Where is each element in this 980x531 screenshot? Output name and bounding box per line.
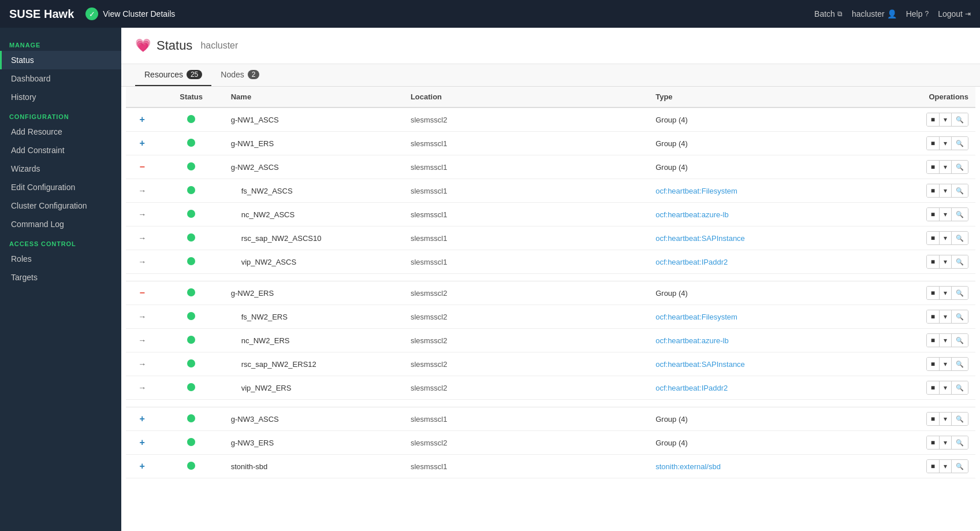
toggle-btn-g-NW2_ASCS[interactable]: − — [137, 161, 147, 173]
detail-button-rsc_sap_NW2_ERS12[interactable]: 🔍 — [952, 358, 968, 370]
resource-type-link[interactable]: stonith:external/sbd — [655, 462, 721, 471]
stop-button-rsc_sap_NW2_ASCS10[interactable]: ■ — [927, 232, 940, 244]
sidebar-item-edit-configuration[interactable]: Edit Configuration — [0, 178, 121, 196]
detail-button-vip_NW2_ERS[interactable]: 🔍 — [952, 381, 968, 394]
stop-button-g-NW2_ERS[interactable]: ■ — [927, 287, 940, 299]
sidebar-item-targets[interactable]: Targets — [0, 268, 121, 287]
stop-button-fs_NW2_ERS[interactable]: ■ — [927, 310, 940, 323]
toggle-btn-nc_NW2_ERS[interactable]: → — [136, 335, 148, 346]
toggle-btn-g-NW3_ERS[interactable]: + — [137, 436, 147, 449]
tab-resources[interactable]: Resources 25 — [135, 64, 211, 86]
resource-type-link[interactable]: ocf:heartbeat:Filesystem — [655, 187, 737, 195]
dropdown-button-vip_NW2_ASCS[interactable]: ▾ — [940, 255, 952, 268]
resource-location: slesmsscl1 — [404, 203, 649, 226]
detail-button-nc_NW2_ASCS[interactable]: 🔍 — [952, 208, 968, 221]
resource-location: slesmsscl1 — [404, 226, 649, 250]
sidebar-item-wizards[interactable]: Wizards — [0, 159, 121, 178]
detail-button-g-NW3_ASCS[interactable]: 🔍 — [952, 413, 968, 425]
resource-type-link[interactable]: ocf:heartbeat:IPaddr2 — [655, 258, 728, 266]
dropdown-button-rsc_sap_NW2_ERS12[interactable]: ▾ — [940, 358, 952, 370]
dropdown-button-g-NW1_ASCS[interactable]: ▾ — [940, 113, 952, 126]
resource-type-link[interactable]: ocf:heartbeat:SAPInstance — [655, 234, 745, 243]
resource-type-link[interactable]: ocf:heartbeat:IPaddr2 — [655, 384, 728, 392]
toggle-btn-fs_NW2_ERS[interactable]: → — [136, 311, 148, 322]
stop-button-stonith-sbd[interactable]: ■ — [927, 460, 940, 473]
stop-button-nc_NW2_ERS[interactable]: ■ — [927, 334, 940, 347]
stop-button-g-NW1_ERS[interactable]: ■ — [927, 137, 940, 150]
resource-name: nc_NW2_ERS — [224, 329, 404, 352]
dropdown-button-g-NW3_ASCS[interactable]: ▾ — [940, 413, 952, 425]
toggle-btn-g-NW1_ERS[interactable]: + — [137, 137, 147, 150]
toggle-btn-stonith-sbd[interactable]: + — [137, 460, 147, 473]
resource-type-link[interactable]: ocf:heartbeat:azure-lb — [655, 336, 728, 345]
sidebar-manage-label: MANAGE — [0, 35, 121, 51]
toggle-btn-vip_NW2_ASCS[interactable]: → — [136, 256, 148, 268]
sidebar-item-status[interactable]: Status — [0, 51, 121, 69]
logout-link[interactable]: Logout ⇥ — [938, 9, 971, 18]
dropdown-button-rsc_sap_NW2_ASCS10[interactable]: ▾ — [940, 232, 952, 244]
sidebar-item-command-log[interactable]: Command Log — [0, 215, 121, 233]
detail-button-stonith-sbd[interactable]: 🔍 — [952, 460, 968, 473]
dropdown-button-g-NW2_ASCS[interactable]: ▾ — [940, 161, 952, 173]
sidebar-item-add-constraint[interactable]: Add Constraint — [0, 141, 121, 159]
dropdown-button-fs_NW2_ERS[interactable]: ▾ — [940, 310, 952, 323]
resource-type: Group (4) — [649, 155, 877, 179]
dropdown-button-stonith-sbd[interactable]: ▾ — [940, 460, 952, 473]
detail-button-nc_NW2_ERS[interactable]: 🔍 — [952, 334, 968, 347]
status-indicator — [187, 336, 195, 344]
toggle-btn-g-NW2_ERS[interactable]: − — [137, 287, 147, 299]
stop-button-nc_NW2_ASCS[interactable]: ■ — [927, 208, 940, 221]
batch-icon: ⧉ — [837, 10, 843, 18]
detail-button-g-NW1_ERS[interactable]: 🔍 — [952, 137, 968, 150]
col-header-name: Name — [224, 87, 404, 107]
resource-type-link[interactable]: ocf:heartbeat:SAPInstance — [655, 360, 745, 369]
detail-button-g-NW2_ERS[interactable]: 🔍 — [952, 287, 968, 299]
sidebar-item-roles[interactable]: Roles — [0, 250, 121, 268]
help-link[interactable]: Help ? — [906, 9, 929, 18]
sidebar-item-history[interactable]: History — [0, 88, 121, 106]
dropdown-button-g-NW2_ERS[interactable]: ▾ — [940, 287, 952, 299]
batch-link[interactable]: Batch ⧉ — [814, 9, 843, 18]
detail-button-fs_NW2_ERS[interactable]: 🔍 — [952, 310, 968, 323]
stop-button-rsc_sap_NW2_ERS12[interactable]: ■ — [927, 358, 940, 370]
stop-button-g-NW2_ASCS[interactable]: ■ — [927, 161, 940, 173]
tab-nodes[interactable]: Nodes 2 — [211, 64, 269, 86]
dropdown-button-fs_NW2_ASCS[interactable]: ▾ — [940, 184, 952, 197]
detail-button-g-NW2_ASCS[interactable]: 🔍 — [952, 161, 968, 173]
dropdown-button-vip_NW2_ERS[interactable]: ▾ — [940, 381, 952, 394]
resource-type-link[interactable]: ocf:heartbeat:azure-lb — [655, 210, 728, 219]
table-row: →vip_NW2_ERSslesmsscl2ocf:heartbeat:IPad… — [126, 376, 975, 400]
stop-button-g-NW3_ASCS[interactable]: ■ — [927, 413, 940, 425]
stop-button-vip_NW2_ASCS[interactable]: ■ — [927, 255, 940, 268]
cluster-link[interactable]: hacluster 👤 — [852, 9, 897, 18]
stop-button-g-NW3_ERS[interactable]: ■ — [927, 436, 940, 449]
stop-button-vip_NW2_ERS[interactable]: ■ — [927, 381, 940, 394]
dropdown-button-nc_NW2_ERS[interactable]: ▾ — [940, 334, 952, 347]
toggle-btn-fs_NW2_ASCS[interactable]: → — [136, 185, 148, 196]
resource-type-link[interactable]: ocf:heartbeat:Filesystem — [655, 313, 737, 321]
dropdown-button-nc_NW2_ASCS[interactable]: ▾ — [940, 208, 952, 221]
dropdown-button-g-NW3_ERS[interactable]: ▾ — [940, 436, 952, 449]
notification-area[interactable]: ✓ View Cluster Details — [85, 8, 175, 20]
detail-button-g-NW3_ERS[interactable]: 🔍 — [952, 436, 968, 449]
sidebar-item-dashboard[interactable]: Dashboard — [0, 69, 121, 88]
stop-button-g-NW1_ASCS[interactable]: ■ — [927, 113, 940, 126]
toggle-btn-vip_NW2_ERS[interactable]: → — [136, 382, 148, 393]
dropdown-button-g-NW1_ERS[interactable]: ▾ — [940, 137, 952, 150]
detail-button-rsc_sap_NW2_ASCS10[interactable]: 🔍 — [952, 232, 968, 244]
toggle-btn-rsc_sap_NW2_ERS12[interactable]: → — [136, 358, 148, 370]
notification-label[interactable]: View Cluster Details — [103, 9, 175, 18]
detail-button-g-NW1_ASCS[interactable]: 🔍 — [952, 113, 968, 126]
detail-button-fs_NW2_ASCS[interactable]: 🔍 — [952, 184, 968, 197]
toggle-btn-rsc_sap_NW2_ASCS10[interactable]: → — [136, 232, 148, 244]
stop-button-fs_NW2_ASCS[interactable]: ■ — [927, 184, 940, 197]
toggle-btn-g-NW3_ASCS[interactable]: + — [137, 413, 147, 425]
page-header: 💗 Status hacluster — [121, 28, 980, 64]
resources-table-container: Status Name Location Type Operations +g-… — [121, 87, 980, 478]
sidebar-item-cluster-configuration[interactable]: Cluster Configuration — [0, 196, 121, 215]
toggle-btn-nc_NW2_ASCS[interactable]: → — [136, 209, 148, 220]
sidebar-item-add-resource[interactable]: Add Resource — [0, 122, 121, 141]
resource-operations: ■▾🔍 — [877, 155, 975, 179]
toggle-btn-g-NW1_ASCS[interactable]: + — [137, 113, 147, 126]
detail-button-vip_NW2_ASCS[interactable]: 🔍 — [952, 255, 968, 268]
